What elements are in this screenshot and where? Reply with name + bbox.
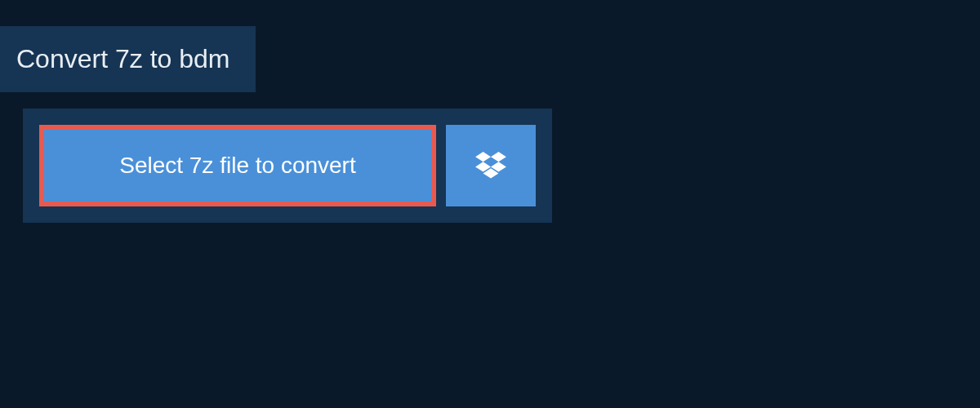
page-title: Convert 7z to bdm (16, 44, 229, 74)
dropbox-icon (475, 152, 506, 180)
select-file-button[interactable]: Select 7z file to convert (39, 125, 436, 206)
upload-panel: Select 7z file to convert (23, 109, 552, 223)
header-tab: Convert 7z to bdm (0, 26, 256, 92)
dropbox-button[interactable] (446, 125, 536, 206)
select-file-label: Select 7z file to convert (119, 153, 355, 179)
